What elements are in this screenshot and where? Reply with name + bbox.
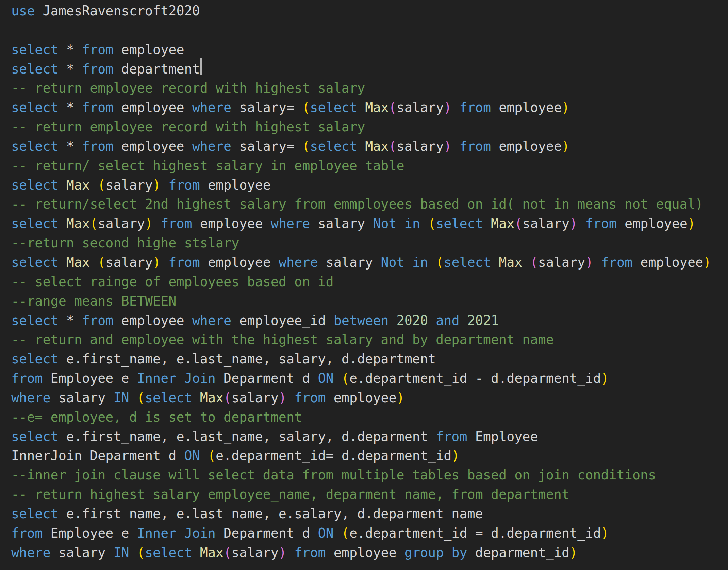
code-token: between xyxy=(334,313,389,328)
code-token: and xyxy=(436,313,459,328)
code-token: ON xyxy=(318,371,333,386)
code-line[interactable]: -- return and employee with the highest … xyxy=(0,330,728,349)
code-line[interactable]: select Max (salary) from employee xyxy=(0,176,728,195)
code-line[interactable]: -- return highest salary employee_name, … xyxy=(0,485,728,504)
code-token: employee xyxy=(632,255,703,270)
comment-token: -- return/ select highest salary in empl… xyxy=(11,158,404,173)
code-token: salary xyxy=(538,255,585,270)
code-token: ( xyxy=(98,255,105,270)
code-line[interactable]: InnerJoin Deparment d ON (e.deparment_id… xyxy=(0,446,728,466)
code-token: InnerJoin Deparment d xyxy=(11,448,184,463)
code-token: by xyxy=(451,545,467,560)
code-line[interactable]: --e= employee, d is set to department xyxy=(0,408,728,427)
code-token: employee xyxy=(113,139,192,154)
code-token xyxy=(404,255,412,270)
code-token: Join xyxy=(184,525,216,541)
code-line[interactable]: --return second highe stslary xyxy=(0,233,728,253)
code-token xyxy=(388,313,396,328)
code-token: where xyxy=(11,390,51,405)
code-token xyxy=(59,255,66,270)
code-line[interactable] xyxy=(0,21,728,40)
code-token: where xyxy=(271,216,310,231)
code-token: ( xyxy=(90,216,98,231)
code-token: from xyxy=(11,525,43,541)
code-token: from xyxy=(82,61,113,77)
code-token: select xyxy=(11,139,59,154)
code-line[interactable]: -- return/ select highest salary in empl… xyxy=(0,156,728,176)
code-token: select xyxy=(11,506,59,521)
code-token: ) xyxy=(279,545,286,560)
code-token: employee xyxy=(326,545,404,560)
code-token: from xyxy=(294,545,326,560)
comment-token: -- return employee record with highest s… xyxy=(11,119,365,134)
comment-token: --range means BETWEEN xyxy=(11,293,176,309)
code-token: select xyxy=(436,216,483,231)
code-token: salary xyxy=(231,545,279,560)
code-token: 2021 xyxy=(467,313,499,328)
code-token: Max xyxy=(200,545,224,560)
code-line[interactable]: -- select rainge of employees based on i… xyxy=(0,272,728,292)
code-token: ) xyxy=(451,448,459,463)
comment-token: --e= employee, d is set to department xyxy=(11,409,302,425)
code-line[interactable]: where salary IN (select Max(salary) from… xyxy=(0,388,728,408)
code-token: ) xyxy=(585,255,593,270)
code-line[interactable]: select * from employee where salary= (se… xyxy=(0,98,728,117)
code-token: ) xyxy=(153,255,161,270)
code-line[interactable]: select * from employee where employee_id… xyxy=(0,311,728,330)
comment-token: --inner join clause will select data fro… xyxy=(11,467,656,483)
code-token: ) xyxy=(444,100,451,115)
code-editor[interactable]: use JamesRavenscroft2020select * from em… xyxy=(0,0,728,570)
code-line[interactable]: from Employee e Inner Join Deparment d O… xyxy=(0,524,728,543)
code-token: ) xyxy=(397,390,404,405)
code-token: ) xyxy=(569,545,577,560)
code-line[interactable]: select * from employee xyxy=(0,40,728,60)
code-line-current[interactable]: select * from department xyxy=(0,60,728,79)
code-token: salary xyxy=(318,255,381,270)
code-line[interactable]: select Max(salary) from employee where s… xyxy=(0,214,728,233)
code-line[interactable]: select * from employee where salary= (se… xyxy=(0,137,728,156)
comment-token: --return second highe stslary xyxy=(11,235,239,250)
code-token: e.deparment_id= d.deparment_id xyxy=(216,448,451,463)
code-token xyxy=(577,216,585,231)
code-token xyxy=(397,216,404,231)
code-line[interactable]: -- return employee record with highest s… xyxy=(0,117,728,137)
code-line[interactable]: select e.first_name, e.last_name, salary… xyxy=(0,349,728,369)
code-line[interactable]: --inner join clause will select data fro… xyxy=(0,466,728,485)
code-token: Max xyxy=(499,255,522,270)
code-token: employee xyxy=(113,313,192,328)
code-line[interactable]: -- return employee record with highest s… xyxy=(0,79,728,98)
code-line[interactable]: from Employee e Inner Join Deparment d O… xyxy=(0,369,728,388)
code-line[interactable]: --range means BETWEEN xyxy=(0,292,728,311)
code-token: Inner xyxy=(137,525,177,541)
code-token: select xyxy=(310,139,357,154)
comment-token: -- return employee record with highest s… xyxy=(11,80,365,96)
code-token: from xyxy=(168,177,200,193)
code-token xyxy=(286,390,294,405)
code-token: Max xyxy=(66,255,90,270)
code-token: ) xyxy=(145,216,153,231)
comment-token: -- return and employee with the highest … xyxy=(11,332,554,347)
text-cursor xyxy=(200,58,202,75)
code-token: * xyxy=(59,42,82,57)
code-line[interactable]: select Max (salary) from employee where … xyxy=(0,253,728,272)
code-line[interactable]: select e.first_name, e.last_name, salary… xyxy=(0,427,728,446)
comment-token: -- select rainge of employees based on i… xyxy=(11,274,334,289)
code-token: ( xyxy=(224,390,231,405)
code-line[interactable]: use JamesRavenscroft2020 xyxy=(0,1,728,21)
code-token: from xyxy=(82,313,113,328)
code-token xyxy=(59,216,66,231)
code-token: select xyxy=(11,61,59,77)
code-token: select xyxy=(11,313,59,328)
code-token: Max xyxy=(365,139,388,154)
code-token: deparment_id xyxy=(467,545,569,560)
code-token: ( xyxy=(436,255,444,270)
code-line[interactable]: where salary IN (select Max(salary) from… xyxy=(0,543,728,563)
code-line[interactable]: select e.first_name, e.last_name, e.sala… xyxy=(0,504,728,524)
code-token xyxy=(286,545,294,560)
code-token: select xyxy=(310,100,357,115)
code-token: ) xyxy=(601,525,609,541)
code-token xyxy=(444,545,451,560)
code-token: e.first_name, e.last_name, salary, d.dep… xyxy=(59,351,436,367)
code-line[interactable]: -- return/select 2nd highest salary from… xyxy=(0,195,728,214)
code-token xyxy=(192,545,200,560)
